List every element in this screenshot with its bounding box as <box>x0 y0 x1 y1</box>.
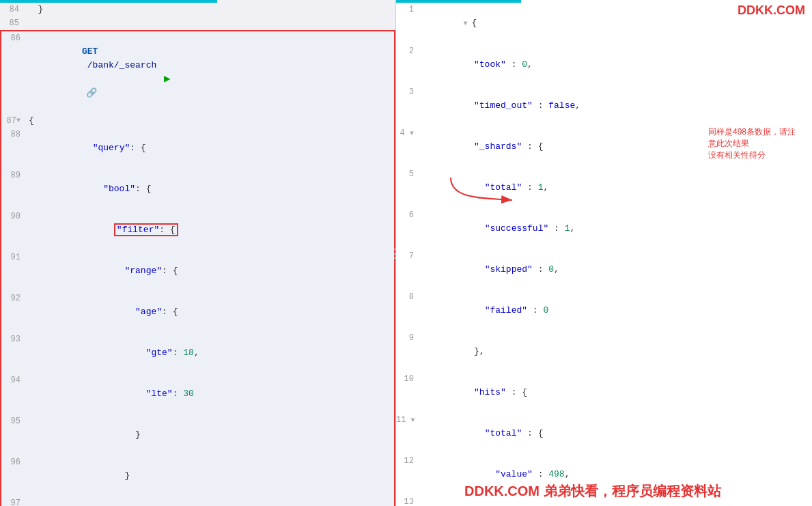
right-line-content-8: "failed" : 0 <box>418 290 812 331</box>
line-91: 91 "range": { <box>1 251 394 292</box>
line-content-84: } <box>25 3 395 16</box>
line-num-86: 86 <box>1 31 26 45</box>
right-line-content-10: "hits" : { <box>418 372 812 413</box>
right-line-num-8: 8 <box>396 290 418 304</box>
right-line-num-3: 3 <box>396 85 418 99</box>
right-line-content-11: "total" : { <box>418 413 812 454</box>
line-num-95: 95 <box>1 414 26 428</box>
get-method: GET <box>82 46 98 57</box>
line-content-91: "range": { <box>26 251 394 292</box>
right-line-3: 3 "timed_out" : false, <box>396 85 812 126</box>
line-num-92: 92 <box>1 292 26 305</box>
right-line-10: 10 "hits" : { <box>396 372 812 413</box>
right-line-content-6: "successful" : 1, <box>418 208 812 249</box>
line-content-87: { <box>26 114 394 128</box>
line-95: 95 } <box>1 414 394 455</box>
right-line-content-2: "took" : 0, <box>418 44 812 85</box>
line-content-92: "age": { <box>26 292 394 333</box>
right-line-num-10: 10 <box>396 372 418 386</box>
line-num-91: 91 <box>1 251 26 264</box>
right-line-num-9: 9 <box>396 331 418 345</box>
line-92: 92 "age": { <box>1 292 394 333</box>
line-96: 96 } <box>1 455 394 496</box>
get-url: /bank/_search <box>82 60 156 70</box>
line-content-90: "filter": { <box>26 210 394 251</box>
line-content-94: "lte": 30 <box>26 374 394 414</box>
line-90: 90 "filter": { <box>1 210 394 251</box>
right-line-9: 9 }, <box>396 331 812 372</box>
line-num-85: 85 <box>0 16 25 30</box>
right-line-num-11: 11 ▼ <box>396 413 418 427</box>
line-84: 84 } <box>0 3 395 16</box>
right-line-8: 8 "failed" : 0 <box>396 290 812 331</box>
right-line-num-6: 6 <box>396 208 418 222</box>
line-num-84: 84 <box>0 3 25 16</box>
tool-icon[interactable]: 🔗 <box>86 88 97 98</box>
line-86: 86 GET /bank/_search ▶ 🔗 <box>1 31 394 114</box>
line-num-93: 93 <box>1 333 26 346</box>
right-line-content-5: "total" : 1, <box>418 167 812 208</box>
line-num-89: 89 <box>1 169 26 182</box>
line-content-86: GET /bank/_search ▶ 🔗 <box>26 31 394 114</box>
line-94: 94 "lte": 30 <box>1 374 394 414</box>
right-line-5: 5 "total" : 1, <box>396 167 812 208</box>
line-89: 89 "bool": { <box>1 169 394 210</box>
brand-bottom: DDKK.COM 弟弟快看，程序员编程资料站 <box>464 482 721 501</box>
filter-highlight: "filter": { <box>114 223 178 236</box>
right-line-6: 6 "successful" : 1, <box>396 208 812 249</box>
line-88: 88 "query": { <box>1 128 394 169</box>
line-num-96: 96 <box>1 455 26 469</box>
right-line-num-1: 1 <box>396 3 418 16</box>
right-line-num-12: 12 <box>396 454 418 468</box>
right-panel: DDKK.COM 1 ▼ { 2 "took" : 0, 3 "timed_ou… <box>396 0 812 506</box>
line-content-88: "query": { <box>26 128 394 169</box>
right-code-area: 1 ▼ { 2 "took" : 0, 3 "timed_out" : fals… <box>396 3 812 506</box>
panel-divider: ⋮ <box>389 246 396 261</box>
right-line-num-2: 2 <box>396 44 418 58</box>
right-line-num-7: 7 <box>396 249 418 263</box>
brand-top: DDKK.COM <box>738 3 805 18</box>
line-num-97: 97 <box>1 496 26 506</box>
right-line-content-7: "skipped" : 0, <box>418 249 812 290</box>
right-line-content-9: }, <box>418 331 812 372</box>
left-panel: 84 } 85 86 GET /bank/_search ▶ 🔗 <box>0 0 396 506</box>
right-line-7: 7 "skipped" : 0, <box>396 249 812 290</box>
left-code-area: 84 } 85 86 GET /bank/_search ▶ 🔗 <box>0 3 395 506</box>
line-content-93: "gte": 18, <box>26 333 394 374</box>
line-content-97: } <box>26 496 394 506</box>
get-request-block: 86 GET /bank/_search ▶ 🔗 87 ▼ { 88 <box>0 30 395 506</box>
line-num-88: 88 <box>1 128 26 141</box>
right-line-content-3: "timed_out" : false, <box>418 85 812 126</box>
right-line-num-5: 5 <box>396 167 418 181</box>
right-line-num-4: 4 ▼ <box>396 126 418 141</box>
right-line-11: 11 ▼ "total" : { <box>396 413 812 454</box>
line-93: 93 "gte": 18, <box>1 333 394 374</box>
line-87: 87 ▼ { <box>1 114 394 128</box>
line-content-96: } <box>26 455 394 496</box>
line-97: 97 } <box>1 496 394 506</box>
right-line-2: 2 "took" : 0, <box>396 44 812 85</box>
line-content-95: } <box>26 414 394 455</box>
right-line-num-13: 13 <box>396 495 418 506</box>
line-num-90: 90 <box>1 210 26 223</box>
line-85: 85 <box>0 16 395 30</box>
side-comment: 同样是498条数据，请注意此次结果没有相关性得分 <box>708 126 804 160</box>
line-content-89: "bool": { <box>26 169 394 210</box>
line-num-87: 87 ▼ <box>1 114 26 128</box>
play-icon[interactable]: ▶ <box>164 73 171 85</box>
line-num-94: 94 <box>1 374 26 387</box>
